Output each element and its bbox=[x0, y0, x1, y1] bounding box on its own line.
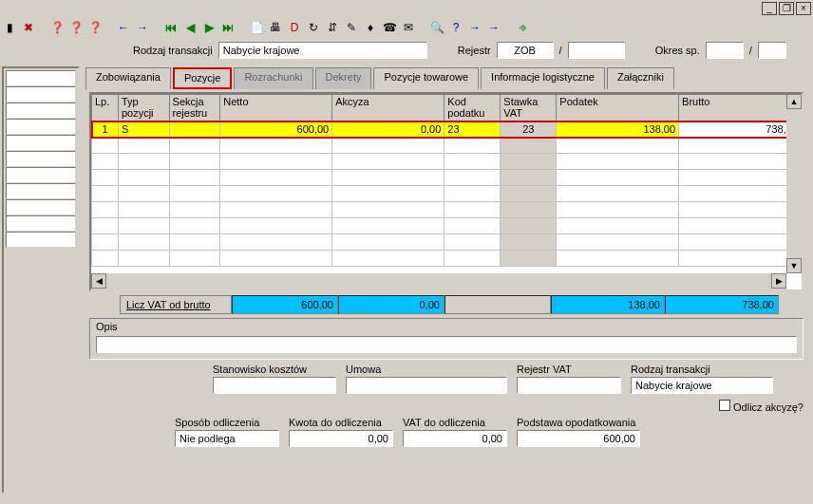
print-icon[interactable]: 🖶 bbox=[268, 20, 283, 35]
tab-obligations[interactable]: Zobowiązania bbox=[85, 67, 171, 89]
cell-vat-rate[interactable]: 23 bbox=[501, 121, 557, 138]
cell-pos-type[interactable]: S bbox=[118, 121, 169, 138]
scroll-left-icon[interactable]: ◀ bbox=[91, 273, 106, 289]
deduct-amount-field[interactable]: 0,00 bbox=[289, 430, 393, 447]
table-row[interactable] bbox=[92, 202, 802, 218]
help-bubble3-icon[interactable]: ❓ bbox=[87, 20, 103, 35]
list-item[interactable] bbox=[6, 151, 76, 167]
tab-settlements[interactable]: Rozrachunki bbox=[234, 67, 312, 89]
list-item[interactable] bbox=[6, 183, 76, 199]
col-lp[interactable]: Lp. bbox=[92, 95, 119, 121]
col-pos-type[interactable]: Typ pozycji bbox=[118, 95, 169, 121]
tab-logistic-info[interactable]: Informacje logistyczne bbox=[481, 67, 605, 89]
table-row[interactable] bbox=[92, 138, 802, 154]
scroll-down-icon[interactable]: ▼ bbox=[786, 258, 802, 273]
help-bubble2-icon[interactable]: ❓ bbox=[68, 20, 84, 35]
transaction-type-field[interactable]: Nabycie krajowe bbox=[218, 42, 427, 59]
cell-tax[interactable]: 138,00 bbox=[557, 121, 679, 138]
vat-from-gross-button[interactable]: Licz VAT od brutto bbox=[120, 295, 232, 314]
list-item[interactable] bbox=[6, 135, 76, 151]
nav-next-icon[interactable]: → bbox=[135, 20, 150, 35]
cell-reg-section[interactable] bbox=[169, 121, 220, 138]
exit-door-icon[interactable]: ⎆ bbox=[515, 20, 530, 35]
col-reg-section[interactable]: Sekcja rejestru bbox=[169, 95, 220, 121]
deduct-method-field[interactable]: Nie podlega bbox=[175, 430, 279, 447]
col-excise[interactable]: Akcyza bbox=[332, 95, 444, 121]
table-row[interactable]: 1 S 600,00 0,00 23 23 138,00 738,00 bbox=[92, 121, 802, 138]
table-row[interactable] bbox=[92, 154, 802, 170]
tab-goods-positions[interactable]: Pozycje towarowe bbox=[373, 67, 479, 89]
description-label: Opis bbox=[90, 319, 803, 334]
col-tax[interactable]: Podatek bbox=[557, 95, 679, 121]
list-item[interactable] bbox=[6, 199, 76, 215]
back-icon[interactable]: ◀ bbox=[182, 20, 198, 35]
fwd-icon[interactable]: ▶ bbox=[201, 20, 217, 35]
maximize-button[interactable]: ❐ bbox=[779, 2, 794, 15]
close-x-icon[interactable]: ✖ bbox=[21, 20, 36, 35]
letter-d-icon[interactable]: D bbox=[287, 20, 302, 35]
description-field[interactable] bbox=[96, 336, 797, 353]
col-net[interactable]: Netto bbox=[220, 95, 332, 121]
period-sub-field[interactable] bbox=[758, 42, 786, 59]
bar-icon[interactable]: ▮ bbox=[2, 20, 17, 35]
horizontal-scrollbar[interactable]: ◀ ▶ bbox=[91, 273, 786, 289]
register-field[interactable]: ZOB bbox=[497, 42, 554, 59]
cell-gross[interactable]: 738,00 bbox=[679, 121, 802, 138]
table-row[interactable] bbox=[92, 251, 802, 267]
register-sub-field[interactable] bbox=[568, 42, 625, 59]
list-item[interactable] bbox=[6, 215, 76, 232]
vat-deduct-field[interactable]: 0,00 bbox=[403, 430, 507, 447]
wand-icon[interactable]: ✎ bbox=[344, 20, 359, 35]
table-row[interactable] bbox=[92, 170, 802, 186]
trans-type-field2[interactable]: Nabycie krajowe bbox=[631, 377, 773, 394]
col-tax-code[interactable]: Kod podatku bbox=[444, 95, 501, 121]
refresh-icon[interactable]: ↻ bbox=[306, 20, 321, 35]
vat-deduct-label: VAT do odliczenia bbox=[403, 417, 507, 428]
tab-decrees[interactable]: Dekrety bbox=[315, 67, 372, 89]
sort-icon[interactable]: ⇵ bbox=[325, 20, 340, 35]
list-item[interactable] bbox=[6, 119, 76, 135]
last-icon[interactable]: ⏭ bbox=[220, 20, 236, 35]
tab-attachments[interactable]: Załączniki bbox=[607, 67, 674, 89]
nav-prev-icon[interactable]: ← bbox=[116, 20, 131, 35]
period-label: Okres sp. bbox=[655, 45, 700, 56]
close-button[interactable]: × bbox=[796, 2, 811, 15]
cell-tax-code[interactable]: 23 bbox=[444, 121, 501, 138]
list-item[interactable] bbox=[6, 86, 76, 103]
contract-field[interactable] bbox=[346, 377, 507, 394]
tax-base-label: Podstawa opodatkowania bbox=[517, 417, 640, 428]
help-bubble-icon[interactable]: ❓ bbox=[49, 20, 65, 35]
first-icon[interactable]: ⏮ bbox=[163, 20, 179, 35]
table-row[interactable] bbox=[92, 218, 802, 234]
scroll-up-icon[interactable]: ▲ bbox=[786, 94, 802, 109]
mail-icon[interactable]: ✉ bbox=[401, 20, 416, 35]
table-row[interactable] bbox=[92, 234, 802, 251]
tax-base-field[interactable]: 600,00 bbox=[517, 430, 640, 447]
list-item[interactable] bbox=[6, 103, 76, 119]
doc-icon[interactable]: 📄 bbox=[249, 20, 264, 35]
col-vat-rate[interactable]: Stawka VAT bbox=[501, 95, 557, 121]
list-item[interactable] bbox=[6, 232, 76, 248]
cost-position-field[interactable] bbox=[213, 377, 336, 394]
tab-positions[interactable]: Pozycje bbox=[173, 67, 233, 89]
blue-right-icon[interactable]: → bbox=[467, 20, 482, 35]
cell-net[interactable]: 600,00 bbox=[220, 121, 332, 138]
cell-excise[interactable]: 0,00 bbox=[332, 121, 444, 138]
vat-register-field[interactable] bbox=[517, 377, 621, 394]
table-row[interactable] bbox=[92, 186, 802, 202]
blue-right2-icon[interactable]: → bbox=[486, 20, 501, 35]
phone-icon[interactable]: ☎ bbox=[382, 20, 397, 35]
scroll-right-icon[interactable]: ▶ bbox=[771, 273, 786, 289]
find-icon[interactable]: 🔍 bbox=[429, 20, 444, 35]
period-field[interactable] bbox=[706, 42, 744, 59]
list-item[interactable] bbox=[6, 70, 76, 86]
minimize-button[interactable]: _ bbox=[762, 2, 777, 15]
deduct-excise-checkbox[interactable] bbox=[719, 400, 730, 411]
col-gross[interactable]: Brutto bbox=[679, 95, 802, 121]
cell-lp[interactable]: 1 bbox=[92, 121, 119, 138]
list-item[interactable] bbox=[6, 167, 76, 183]
blue-q-icon[interactable]: ? bbox=[448, 20, 463, 35]
link-icon[interactable]: ♦ bbox=[363, 20, 378, 35]
vertical-scrollbar[interactable]: ▲ ▼ bbox=[786, 94, 802, 273]
contract-label: Umowa bbox=[346, 364, 507, 375]
